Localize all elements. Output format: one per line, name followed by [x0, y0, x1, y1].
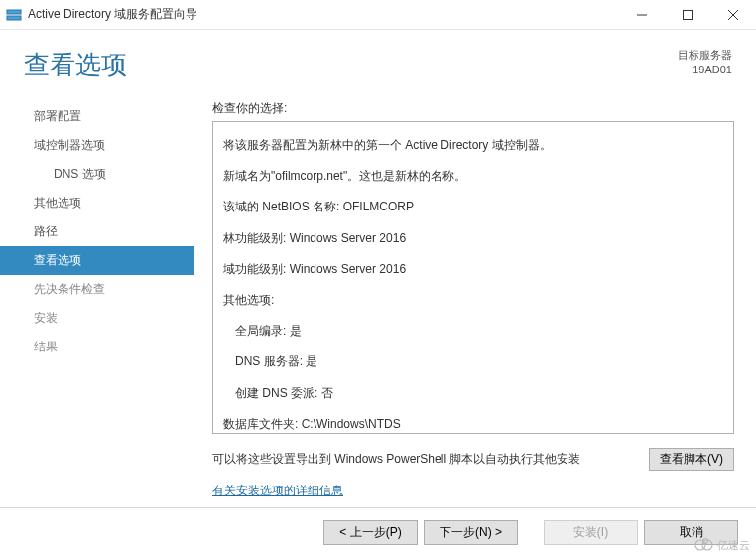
svg-rect-1 [7, 16, 21, 20]
svg-rect-0 [7, 10, 21, 14]
review-line: DNS 服务器: 是 [223, 347, 723, 377]
review-line: 该域的 NetBIOS 名称: OFILMCORP [223, 192, 723, 222]
wizard-steps-sidebar: 部署配置 域控制器选项 DNS 选项 其他选项 路径 查看选项 先决条件检查 安… [0, 92, 194, 499]
target-server-info: 目标服务器 19AD01 [678, 48, 732, 78]
page-title: 查看选项 [24, 48, 678, 82]
export-text: 可以将这些设置导出到 Windows PowerShell 脚本以自动执行其他安… [212, 451, 649, 468]
watermark: 亿速云 [693, 537, 750, 553]
review-line: 全局编录: 是 [223, 316, 723, 347]
sidebar-item-deployment[interactable]: 部署配置 [0, 102, 194, 131]
view-script-button[interactable]: 查看脚本(V) [649, 448, 734, 471]
svg-rect-3 [684, 10, 693, 19]
export-row: 可以将这些设置导出到 Windows PowerShell 脚本以自动执行其他安… [212, 434, 734, 479]
review-textbox[interactable]: 将该服务器配置为新林中的第一个 Active Directory 域控制器。 新… [212, 121, 734, 434]
target-server-value: 19AD01 [678, 63, 732, 77]
header: 查看选项 目标服务器 19AD01 [0, 30, 756, 92]
sidebar-item-results: 结果 [0, 333, 194, 361]
target-server-label: 目标服务器 [678, 48, 732, 63]
content-pane: 检查你的选择: 将该服务器配置为新林中的第一个 Active Directory… [194, 92, 756, 499]
sidebar-item-other-options[interactable]: 其他选项 [0, 189, 194, 217]
sidebar-item-review[interactable]: 查看选项 [0, 246, 194, 275]
review-line: 域功能级别: Windows Server 2016 [223, 254, 723, 285]
next-button[interactable]: 下一步(N) > [424, 520, 518, 545]
review-line: 林功能级别: Windows Server 2016 [223, 223, 723, 254]
server-manager-icon [6, 9, 22, 21]
footer-buttons: < 上一步(P) 下一步(N) > 安装(I) 取消 [0, 507, 756, 557]
review-line: 创建 DNS 委派: 否 [223, 378, 723, 409]
review-label: 检查你的选择: [212, 100, 734, 117]
sidebar-item-dns-options[interactable]: DNS 选项 [0, 160, 194, 189]
wizard-body: 部署配置 域控制器选项 DNS 选项 其他选项 路径 查看选项 先决条件检查 安… [0, 92, 756, 499]
titlebar: Active Directory 域服务配置向导 [0, 0, 756, 30]
more-info-link[interactable]: 有关安装选项的详细信息 [212, 483, 734, 499]
sidebar-item-install: 安装 [0, 304, 194, 333]
close-button[interactable] [710, 0, 756, 30]
previous-button[interactable]: < 上一步(P) [323, 520, 418, 545]
maximize-button[interactable] [665, 0, 710, 30]
review-line: 数据库文件夹: C:\Windows\NTDS [223, 409, 723, 434]
review-line: 其他选项: [223, 285, 723, 316]
review-line: 新域名为"ofilmcorp.net"。这也是新林的名称。 [223, 161, 723, 192]
sidebar-item-prereq: 先决条件检查 [0, 275, 194, 304]
review-line: 将该服务器配置为新林中的第一个 Active Directory 域控制器。 [223, 130, 723, 161]
sidebar-item-paths[interactable]: 路径 [0, 217, 194, 246]
watermark-text: 亿速云 [717, 538, 750, 553]
watermark-icon [693, 537, 715, 553]
window-title: Active Directory 域服务配置向导 [28, 6, 619, 23]
sidebar-item-dc-options[interactable]: 域控制器选项 [0, 131, 194, 160]
minimize-button[interactable] [619, 0, 665, 30]
install-button: 安装(I) [544, 520, 638, 545]
